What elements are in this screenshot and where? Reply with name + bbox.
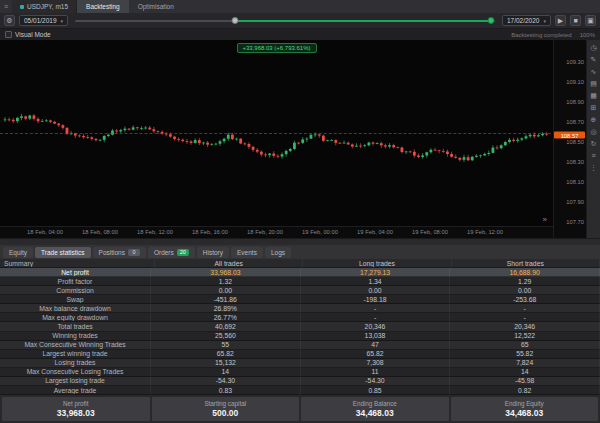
date-range-slider[interactable] [75,15,495,26]
stat-value: -253.68 [450,295,600,304]
time-tick-label: 19 Feb, 12:00 [467,229,503,235]
chart-side-toolbar: ◷✎∿▤▦⊞⊕◎↻≡⋮ [586,40,600,238]
chart-type-icon[interactable]: ⊞ [588,102,599,113]
stat-label: Average trade [0,386,151,395]
grid-icon[interactable]: ▦ [588,90,599,101]
price-tick-label: 108.90 [566,99,584,105]
layout-icon[interactable]: ▤ [588,78,599,89]
draw-icon[interactable]: ✎ [588,54,599,65]
play-button[interactable]: ▶ [555,15,566,26]
stat-value: 20,346 [450,322,600,331]
tab-label: Optimisation [138,3,174,10]
stat-value: 33,968.03 [151,268,301,277]
end-date-select[interactable]: 17/02/2020 ▾ [502,15,551,26]
tab-optimisation[interactable]: Optimisation [129,0,183,13]
slider-end-handle[interactable] [487,17,494,24]
instrument-tab[interactable]: USDJPY, m15 [12,0,77,13]
panel-tab-equity[interactable]: Equity [3,247,33,258]
panel-tab-label: Equity [9,249,27,256]
target-icon[interactable]: ◎ [588,126,599,137]
stat-value: 1.29 [450,277,600,286]
price-tick-label: 108.10 [566,179,584,185]
stat-value: 12,522 [450,332,600,341]
panel-tab-trade-statistics[interactable]: Trade statistics [35,247,90,258]
stat-value: 7,824 [450,359,600,368]
indicator-icon[interactable]: ∿ [588,66,599,77]
panel-tab-label: Logs [271,249,285,256]
stat-value: - [450,313,600,322]
stats-row[interactable]: Max balance drawdown26.89%-- [0,304,600,313]
zoom-in-icon[interactable]: ⊕ [588,114,599,125]
stats-row[interactable]: Largest winning trade65.8265.8255.82 [0,350,600,359]
stats-row[interactable]: Losing trades15,1327,3087,824 [0,359,600,368]
expand-icon: ▣ [587,17,594,24]
time-tick-label: 19 Feb, 04:00 [357,229,393,235]
scroll-to-end-icon[interactable]: » [543,215,547,224]
panel-tab-events[interactable]: Events [231,247,263,258]
visual-mode-label: Visual Mode [15,31,51,38]
stat-label: Largest winning trade [0,350,151,359]
stats-column-header: All trades [155,259,303,268]
stats-row[interactable]: Max Consecutive Losing Trades141114 [0,368,600,377]
slider-selected-range [235,20,491,22]
stat-value: - [450,304,600,313]
stop-icon: ■ [573,17,577,24]
expand-button[interactable]: ▣ [585,15,596,26]
summary-bar: Net profit 33,968.03 Starting capital 50… [0,395,600,423]
chart-plot-area: +33,968.03 (+6,793.61%) » 18 Feb, 04:001… [0,40,553,238]
backtest-status-text: Backtesting completed [511,32,571,38]
backtesting-window: ≡ USDJPY, m15 Backtesting Optimisation ⚙… [0,0,600,423]
panel-tab-history[interactable]: History [197,247,229,258]
stat-value: 40,692 [151,322,301,331]
stat-value: 17,279.13 [301,268,451,277]
panel-tab-positions[interactable]: Positions0 [93,247,146,258]
settings-button[interactable]: ⚙ [4,15,15,26]
panel-splitter[interactable] [0,238,600,245]
stats-row[interactable]: Average trade0.830.850.82 [0,386,600,395]
stat-value: -54.30 [301,377,451,386]
panel-tab-label: Trade statistics [41,249,84,256]
summary-label: Ending Balance [353,400,397,407]
stop-button[interactable]: ■ [570,15,581,26]
summary-label: Starting capital [204,400,246,407]
time-tick-label: 19 Feb, 08:00 [412,229,448,235]
stats-row[interactable]: Largest losing trade-54.30-54.30-45.98 [0,377,600,386]
panel-tab-logs[interactable]: Logs [265,247,291,258]
stat-value: 47 [301,341,451,350]
clock-icon[interactable]: ◷ [588,42,599,53]
list-icon[interactable]: ≡ [588,150,599,161]
stat-value: 25,560 [151,332,301,341]
stats-column-header: Summary [0,259,155,268]
stat-value: 65.82 [301,350,451,359]
visual-mode-checkbox[interactable] [5,31,12,38]
stats-row[interactable]: Profit factor1.321.341.29 [0,277,600,286]
summary-ending-balance: Ending Balance 34,468.03 [301,397,449,421]
refresh-icon[interactable]: ↻ [588,138,599,149]
gear-icon: ⚙ [6,17,12,24]
more-icon[interactable]: ⋮ [588,162,599,173]
stats-row[interactable]: Swap-451.86-198.18-253.68 [0,295,600,304]
price-tick-label: 109.30 [566,59,584,65]
price-tick-label: 107.90 [566,199,584,205]
start-date-select[interactable]: 05/01/2019 ▾ [19,15,68,26]
stat-label: Total trades [0,322,151,331]
stats-row[interactable]: Total trades40,69220,34620,346 [0,322,600,331]
price-axis[interactable]: 109.30109.10108.90108.70108.50108.30108.… [553,40,586,238]
tab-backtesting[interactable]: Backtesting [77,0,129,13]
panel-tab-label: Events [237,249,257,256]
stat-label: Max balance drawdown [0,304,151,313]
stats-header-row: SummaryAll tradesLong tradesShort trades [0,259,600,268]
stat-value: 55 [151,341,301,350]
stat-label: Max equity drawdown [0,313,151,322]
candlestick-chart[interactable] [0,40,553,226]
panel-tab-orders[interactable]: Orders20 [148,247,195,258]
stats-row[interactable]: Commission0.000.000.00 [0,286,600,295]
end-date-value: 17/02/2020 [507,17,540,24]
stats-row[interactable]: Max equity drawdown26.77%-- [0,313,600,322]
slider-start-handle[interactable] [231,17,238,24]
stats-row[interactable]: Net profit33,968.0317,279.1316,688.90 [0,268,600,277]
menu-icon[interactable]: ≡ [0,0,12,13]
stat-label: Largest losing trade [0,377,151,386]
stats-row[interactable]: Winning trades25,56013,03812,522 [0,332,600,341]
stats-row[interactable]: Max Consecutive Winning Trades554765 [0,341,600,350]
